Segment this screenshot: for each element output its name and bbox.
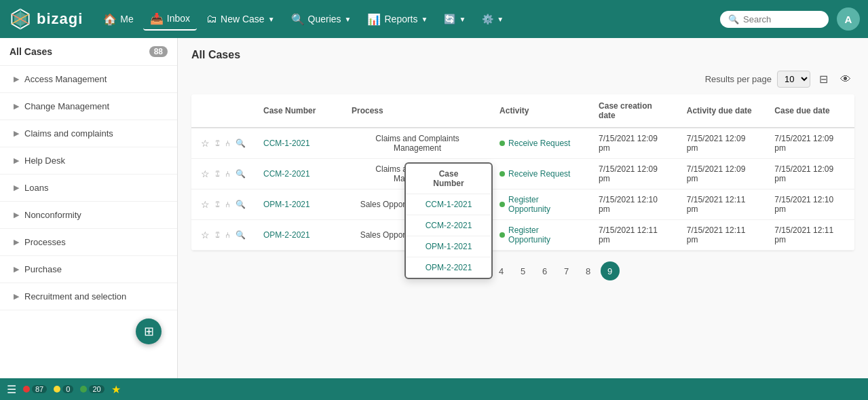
col-header-star — [191, 94, 255, 128]
view-toggle-button[interactable]: 👁 — [837, 71, 854, 88]
share-btn-0[interactable]: ⑄ — [214, 137, 221, 149]
activity-label-3[interactable]: Register Opportunity — [508, 225, 582, 244]
activity-label-1[interactable]: Receive Request — [508, 169, 570, 179]
chevron-down-icon: ▼ — [497, 16, 504, 23]
col-header-activity-due-date: Activity due date — [679, 94, 767, 128]
cell-case-due-2: 7/15/2021 12:10 pm — [766, 189, 854, 220]
red-dot — [23, 386, 30, 393]
red-badge: 87 — [23, 385, 47, 393]
cell-activity-due-0: 7/15/2021 12:09 pm — [679, 128, 767, 159]
share-btn-1[interactable]: ⑄ — [214, 168, 221, 180]
home-icon: 🏠 — [103, 13, 117, 26]
results-per-page-label: Results per page — [705, 74, 772, 84]
page-btn-6[interactable]: 6 — [535, 261, 554, 280]
nav-reports-button[interactable]: 📊 Reports ▼ — [360, 9, 434, 30]
activity-label-0[interactable]: Receive Request — [508, 139, 570, 148]
star-icon[interactable]: ★ — [111, 383, 121, 396]
cell-case-due-0: 7/15/2021 12:09 pm — [766, 128, 854, 159]
cell-activity-2: Register Opportunity — [491, 189, 590, 220]
process-btn-3[interactable]: ⑃ — [224, 229, 231, 241]
sidebar-item-purchase[interactable]: ▶ Purchase — [0, 256, 177, 283]
table-body: ☆ ⑄ ⑃ 🔍 CCM-1-2021 Claims and Complaints… — [191, 128, 854, 251]
sidebar-item-change-management[interactable]: ▶ Change Management — [0, 93, 177, 120]
sidebar-item-claims-complaints[interactable]: ▶ Claims and complaints — [0, 120, 177, 147]
page-btn-8[interactable]: 8 — [579, 261, 598, 280]
cell-activity-0: Receive Request — [491, 128, 590, 159]
col-header-process: Process — [343, 94, 491, 128]
activity-label-2[interactable]: Register Opportunity — [508, 195, 582, 214]
cell-activity-due-3: 7/15/2021 12:11 pm — [679, 220, 767, 251]
search-btn-1[interactable]: 🔍 — [234, 168, 247, 180]
table-row: ☆ ⑄ ⑃ 🔍 CCM-1-2021 Claims and Complaints… — [191, 128, 854, 159]
sidebar-item-nonconformity[interactable]: ▶ Nonconformity — [0, 202, 177, 229]
star-btn-2[interactable]: ☆ — [200, 198, 211, 211]
process-btn-1[interactable]: ⑃ — [224, 168, 231, 180]
page-btn-9[interactable]: 9 — [601, 261, 620, 280]
process-btn-2[interactable]: ⑃ — [224, 198, 231, 211]
status-dot-0 — [499, 141, 505, 146]
gear-icon: ⚙️ — [482, 14, 493, 24]
star-btn-0[interactable]: ☆ — [200, 137, 211, 150]
nav-settings-button[interactable]: ⚙️ ▼ — [475, 10, 510, 29]
popup-case-ccm1[interactable]: CCM-1-2021 — [406, 194, 491, 215]
table-wrapper: CaseNumber CCM-1-2021 CCM-2-2021 OPM-1-2… — [191, 94, 854, 251]
popup-case-opm1[interactable]: OPM-1-2021 — [406, 236, 491, 257]
nav-inbox-button[interactable]: 📥 Inbox — [143, 8, 197, 31]
page-btn-4[interactable]: 4 — [492, 261, 511, 280]
bottom-bar: ☰ 87 0 20 ★ — [0, 378, 868, 400]
sidebar-item-recruitment[interactable]: ▶ Recruitment and selection — [0, 283, 177, 310]
sidebar-header: All Cases 88 — [0, 38, 177, 66]
search-box[interactable]: 🔍 — [720, 11, 829, 28]
case-number-link-0[interactable]: CCM-1-2021 — [263, 139, 310, 148]
queries-icon: 🔍 — [291, 13, 305, 26]
sidebar-item-loans[interactable]: ▶ Loans — [0, 175, 177, 202]
chevron-down-icon: ▼ — [459, 16, 466, 23]
process-btn-0[interactable]: ⑃ — [224, 137, 231, 149]
search-input[interactable] — [743, 14, 818, 24]
action-button[interactable]: ⊞ — [136, 319, 162, 344]
page-btn-7[interactable]: 7 — [557, 261, 576, 280]
nav-new-case-button[interactable]: 🗂 New Case ▼ — [200, 9, 282, 29]
cell-process-0: Claims and Complaints Management — [343, 128, 491, 159]
chevron-right-icon: ▶ — [14, 129, 19, 138]
inbox-icon: 📥 — [150, 12, 164, 25]
popup-case-opm2[interactable]: OPM-2-2021 — [406, 257, 491, 278]
page-btn-5[interactable]: 5 — [514, 261, 533, 280]
main-content: All Cases Results per page 10 20 50 ⊟ 👁 … — [178, 38, 868, 378]
case-number-link-2[interactable]: OPM-1-2021 — [263, 200, 310, 209]
star-btn-3[interactable]: ☆ — [200, 228, 211, 242]
sidebar-item-label: Purchase — [24, 264, 62, 274]
cell-creation-date-0: 7/15/2021 12:09 pm — [590, 128, 679, 159]
avatar[interactable]: A — [837, 7, 860, 31]
menu-icon[interactable]: ☰ — [7, 383, 16, 396]
results-per-page-select[interactable]: 10 20 50 — [777, 71, 810, 88]
status-dot-1 — [499, 171, 505, 177]
green-count: 20 — [89, 385, 104, 393]
star-btn-1[interactable]: ☆ — [200, 167, 211, 181]
search-btn-0[interactable]: 🔍 — [234, 137, 247, 149]
case-number-link-3[interactable]: OPM-2-2021 — [263, 230, 310, 240]
chevron-right-icon: ▶ — [14, 75, 19, 84]
sidebar-item-help-desk[interactable]: ▶ Help Desk — [0, 147, 177, 175]
cell-case-number-1: CCM-2-2021 — [255, 159, 343, 189]
nav-refresh-button[interactable]: 🔄 ▼ — [437, 10, 472, 29]
sidebar-item-access-management[interactable]: ▶ Access Management — [0, 66, 177, 93]
nav-queries-button[interactable]: 🔍 Queries ▼ — [284, 9, 358, 30]
search-btn-2[interactable]: 🔍 — [234, 198, 247, 211]
logo[interactable]: bizagi — [8, 7, 83, 31]
case-number-link-1[interactable]: CCM-2-2021 — [263, 169, 310, 179]
status-dot-3 — [499, 232, 505, 238]
filter-button[interactable]: ⊟ — [816, 71, 831, 88]
share-btn-2[interactable]: ⑄ — [214, 198, 221, 211]
sidebar-item-processes[interactable]: ▶ Processes — [0, 229, 177, 256]
chevron-down-icon: ▼ — [345, 16, 352, 23]
chevron-down-icon: ▼ — [268, 16, 275, 23]
search-btn-3[interactable]: 🔍 — [234, 229, 247, 241]
share-btn-3[interactable]: ⑄ — [214, 229, 221, 241]
row-actions-2: ☆ ⑄ ⑃ 🔍 — [191, 189, 255, 220]
nav-me-button[interactable]: 🏠 Me — [96, 9, 140, 30]
status-dot-2 — [499, 202, 505, 207]
search-icon: 🔍 — [728, 14, 739, 24]
cell-case-due-3: 7/15/2021 12:11 pm — [766, 220, 854, 251]
popup-case-ccm2[interactable]: CCM-2-2021 — [406, 215, 491, 236]
